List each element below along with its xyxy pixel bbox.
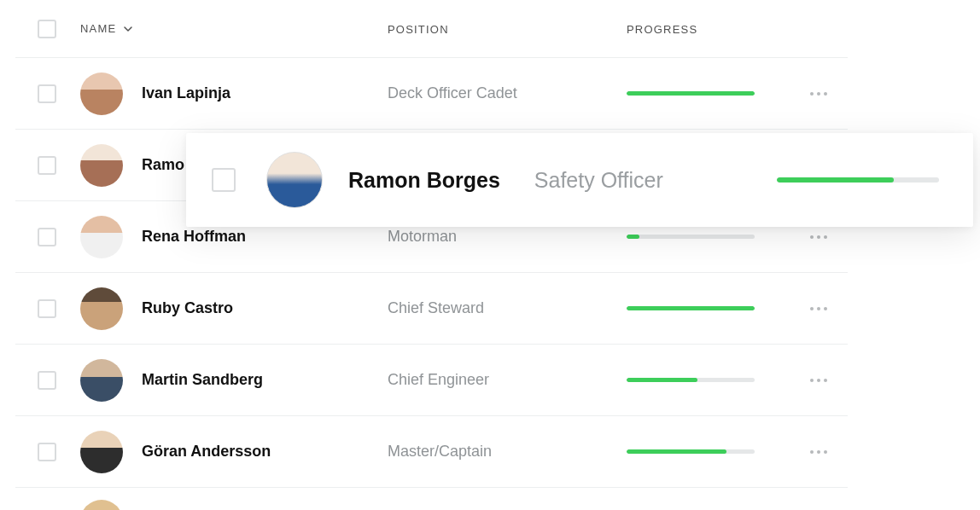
crew-name: Ramo: [142, 156, 184, 174]
progress-fill: [777, 177, 894, 183]
row-checkbox[interactable]: [38, 84, 56, 103]
crew-position: Chief Engineer: [388, 371, 489, 388]
crew-name: Ruby Castro: [142, 299, 233, 317]
row-checkbox[interactable]: [38, 371, 56, 390]
column-header-progress[interactable]: PROGRESS: [627, 21, 848, 37]
crew-name: Ivan Lapinja: [142, 84, 230, 102]
select-all-checkbox[interactable]: [38, 20, 56, 38]
table-header: NAME POSITION PROGRESS: [15, 0, 848, 58]
table-row[interactable]: Martin Sandberg Chief Engineer: [15, 345, 848, 416]
avatar: [266, 152, 323, 208]
progress-bar: [777, 177, 939, 183]
more-icon[interactable]: [810, 235, 827, 239]
progress-bar: [627, 378, 755, 382]
crew-position: Motorman: [388, 228, 457, 245]
header-name-label: NAME: [80, 22, 116, 35]
crew-name: Martin Sandberg: [142, 371, 263, 389]
crew-position: Deck Officer Cadet: [388, 84, 517, 101]
avatar: [80, 359, 123, 402]
progress-bar: [627, 306, 755, 310]
progress-bar: [627, 91, 755, 96]
more-icon[interactable]: [810, 92, 827, 96]
progress-bar: [627, 235, 755, 239]
row-checkbox[interactable]: [38, 299, 56, 318]
progress-bar: [627, 449, 755, 454]
avatar: [80, 431, 123, 473]
table-row[interactable]: Göran Andersson Master/Captain: [15, 416, 848, 488]
avatar: [80, 500, 123, 510]
row-checkbox[interactable]: [212, 168, 236, 192]
crew-position: Master/Captain: [388, 443, 492, 460]
chevron-down-icon: [123, 24, 133, 34]
column-header-name[interactable]: NAME: [80, 22, 388, 35]
table-row[interactable]: Ruby Castro Chief Steward: [15, 273, 848, 345]
progress-fill: [627, 449, 726, 454]
crew-position: Safety Officer: [534, 168, 663, 193]
expanded-row-card[interactable]: Ramon Borges Safety Officer: [186, 133, 973, 227]
avatar: [80, 216, 123, 258]
crew-name: Göran Andersson: [142, 443, 271, 461]
avatar: [80, 144, 123, 187]
crew-name: Rena Hoffman: [142, 228, 246, 246]
more-icon[interactable]: [810, 379, 827, 382]
column-header-position[interactable]: POSITION: [388, 21, 627, 37]
row-checkbox[interactable]: [38, 228, 56, 246]
progress-fill: [627, 378, 697, 382]
table-row[interactable]: [15, 488, 848, 510]
crew-name: Ramon Borges: [348, 168, 500, 193]
progress-fill: [627, 91, 755, 96]
more-icon[interactable]: [810, 307, 827, 310]
more-icon[interactable]: [810, 450, 827, 454]
avatar: [80, 72, 123, 115]
crew-table: NAME POSITION PROGRESS Ivan Lapinja Deck…: [15, 0, 848, 510]
header-position-label: POSITION: [388, 23, 449, 36]
crew-position: Chief Steward: [388, 299, 484, 316]
progress-fill: [627, 235, 639, 239]
progress-fill: [627, 306, 755, 310]
row-checkbox[interactable]: [38, 156, 56, 175]
table-row[interactable]: Ivan Lapinja Deck Officer Cadet: [15, 58, 848, 130]
header-progress-label: PROGRESS: [627, 23, 697, 36]
row-checkbox[interactable]: [38, 443, 56, 461]
avatar: [80, 287, 123, 330]
